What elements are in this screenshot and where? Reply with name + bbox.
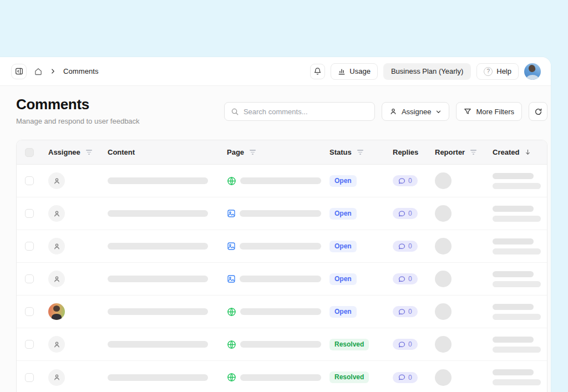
column-header-page[interactable]: Page: [219, 148, 321, 156]
created-skeleton: [493, 271, 541, 287]
assignee-avatar: [48, 303, 65, 320]
globe-icon: [227, 176, 236, 186]
page-skeleton: [240, 374, 321, 381]
chevron-right-icon: [50, 68, 56, 74]
usage-chart-icon: [338, 68, 346, 75]
globe-icon: [227, 340, 236, 349]
replies-count: 0: [408, 308, 412, 315]
column-header-content: Content: [99, 148, 219, 156]
replies-count: 0: [408, 374, 412, 381]
row-checkbox[interactable]: [25, 209, 34, 218]
row-checkbox[interactable]: [25, 373, 34, 382]
page-skeleton: [240, 308, 321, 315]
column-header-assignee[interactable]: Assignee: [40, 148, 99, 156]
assignee-placeholder-avatar: [48, 336, 65, 353]
more-filters-button[interactable]: More Filters: [456, 102, 522, 121]
help-label: Help: [496, 67, 511, 75]
content-skeleton: [108, 374, 208, 381]
page-skeleton: [240, 177, 321, 184]
replies-pill[interactable]: 0: [393, 306, 418, 317]
reporter-avatar: [435, 238, 452, 254]
row-checkbox[interactable]: [25, 340, 34, 349]
replies-count: 0: [408, 177, 412, 185]
replies-count: 0: [408, 340, 412, 348]
page-skeleton: [240, 341, 321, 348]
page-title: Comments: [16, 96, 140, 113]
page-header: Comments Manage and respond to user feed…: [16, 96, 140, 125]
main-window: Comments Usage Business Plan: [0, 57, 551, 392]
table-row[interactable]: Open 0: [17, 263, 547, 296]
search-box[interactable]: [224, 102, 375, 121]
help-button[interactable]: ? Help: [476, 63, 519, 80]
row-checkbox[interactable]: [25, 242, 34, 251]
assignee-placeholder-avatar: [48, 238, 65, 254]
usage-button[interactable]: Usage: [331, 63, 378, 80]
created-skeleton: [493, 238, 541, 254]
search-icon: [231, 108, 239, 116]
status-badge: Resolved: [329, 371, 369, 383]
status-badge: Open: [329, 175, 357, 187]
usage-label: Usage: [349, 67, 371, 75]
replies-pill[interactable]: 0: [393, 339, 418, 350]
content-skeleton: [108, 341, 208, 348]
row-checkbox[interactable]: [25, 274, 34, 283]
reporter-avatar: [435, 172, 452, 189]
speech-bubble-icon: [398, 243, 405, 250]
content-skeleton: [108, 177, 208, 184]
table-row[interactable]: Resolved 0: [17, 361, 547, 392]
replies-pill[interactable]: 0: [393, 208, 418, 219]
sort-desc-icon: [524, 149, 531, 156]
speech-bubble-icon: [398, 276, 405, 283]
row-checkbox[interactable]: [25, 307, 34, 316]
reporter-avatar: [435, 205, 452, 222]
user-avatar[interactable]: [524, 63, 541, 80]
table-row[interactable]: Resolved 0: [17, 328, 547, 361]
column-header-replies: Replies: [384, 148, 427, 156]
globe-icon: [227, 373, 236, 382]
created-skeleton: [493, 304, 541, 320]
column-header-reporter[interactable]: Reporter: [427, 148, 484, 156]
breadcrumb: Comments: [63, 67, 99, 75]
image-icon: [227, 209, 236, 218]
notifications-button[interactable]: [310, 64, 325, 79]
select-all-checkbox[interactable]: [25, 148, 34, 157]
content-skeleton: [108, 243, 208, 250]
replies-pill[interactable]: 0: [393, 273, 418, 284]
assignee-placeholder-avatar: [48, 205, 65, 222]
refresh-button[interactable]: [529, 102, 547, 121]
reporter-avatar: [435, 336, 452, 353]
replies-pill[interactable]: 0: [393, 175, 418, 186]
created-skeleton: [493, 173, 541, 189]
question-icon: ?: [484, 67, 493, 76]
column-header-created[interactable]: Created: [484, 148, 547, 156]
table-row[interactable]: Open 0: [17, 165, 547, 197]
page-subtitle: Manage and respond to user feedback: [16, 117, 140, 125]
plan-badge: Business Plan (Yearly): [383, 63, 471, 80]
reporter-avatar: [435, 369, 452, 386]
sidebar-collapse-button[interactable]: [11, 64, 27, 79]
home-icon[interactable]: [34, 67, 43, 76]
chevron-down-icon: [435, 109, 442, 115]
table-row[interactable]: Open 0: [17, 230, 547, 263]
filter-lines-icon: [357, 150, 363, 155]
speech-bubble-icon: [398, 308, 405, 315]
table-row[interactable]: Open 0: [17, 197, 547, 230]
bell-icon: [313, 67, 322, 75]
reporter-avatar: [435, 271, 452, 287]
created-skeleton: [493, 337, 541, 353]
filter-lines-icon: [470, 150, 476, 155]
image-icon: [227, 274, 236, 283]
replies-pill[interactable]: 0: [393, 241, 418, 252]
globe-icon: [227, 307, 236, 317]
column-header-status[interactable]: Status: [321, 148, 384, 156]
search-input[interactable]: [244, 108, 368, 116]
page-skeleton: [240, 243, 321, 250]
assignee-filter-button[interactable]: Assignee: [382, 102, 449, 121]
table-row[interactable]: Open 0: [17, 296, 547, 328]
replies-pill[interactable]: 0: [393, 372, 418, 383]
speech-bubble-icon: [398, 374, 405, 381]
created-skeleton: [493, 369, 541, 385]
content-skeleton: [108, 210, 208, 217]
row-checkbox[interactable]: [25, 176, 34, 185]
person-icon: [389, 108, 397, 115]
